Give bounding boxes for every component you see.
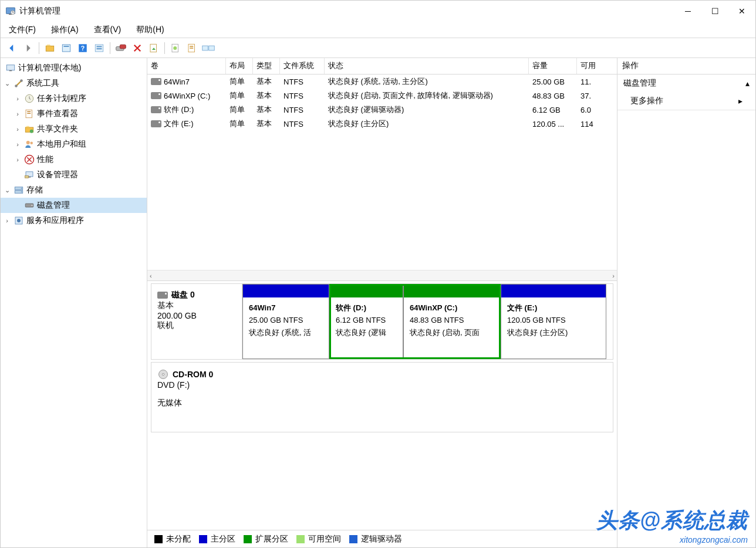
tool-btn-9[interactable] [201,40,216,56]
back-button[interactable] [4,40,19,56]
menu-help[interactable]: 帮助(H) [133,23,167,36]
toolbar: ? [1,38,755,58]
minimize-button[interactable]: ─ [674,2,701,21]
delete-icon[interactable] [130,40,145,56]
table-row[interactable]: 文件 (E:)简单基本NTFS状态良好 (主分区)120.05 ...114 [147,117,617,131]
svg-rect-36 [25,176,29,178]
tool-btn-2[interactable] [59,40,74,56]
volume-header: 卷 布局 类型 文件系统 状态 容量 可用 [147,58,617,75]
svg-rect-18 [190,48,193,49]
chevron-right-icon: ▸ [738,96,743,106]
chevron-down-icon[interactable]: ⌄ [3,187,11,194]
partition[interactable]: 64Win725.00 GB NTFS状态良好 (系统, 活 [242,284,329,359]
chevron-right-icon[interactable]: › [14,156,22,163]
menu-file[interactable]: 文件(F) [5,23,39,36]
close-button[interactable]: ✕ [728,2,755,21]
svg-point-32 [31,142,33,145]
svg-rect-28 [27,113,31,114]
chevron-right-icon[interactable]: › [14,110,22,117]
perf-icon [24,154,35,165]
svg-rect-13 [150,44,157,52]
svg-point-23 [20,79,23,82]
tree-root[interactable]: 计算机管理(本地) [1,60,147,76]
col-fs[interactable]: 文件系统 [280,58,325,74]
volume-list: 卷 布局 类型 文件系统 状态 容量 可用 64Win7简单基本NTFS状态良好… [147,58,617,281]
actions-header: 操作 [617,58,755,75]
disk-0-block[interactable]: 磁盘 0 基本 200.00 GB 联机 64Win725.00 GB NTFS… [151,283,613,360]
titlebar: 计算机管理 ─ ☐ ✕ [1,1,755,22]
svg-rect-3 [46,46,54,51]
table-row[interactable]: 64WinXP (C:)简单基本NTFS状态良好 (启动, 页面文件, 故障转储… [147,89,617,103]
forward-button[interactable] [21,40,36,56]
tool-btn-5[interactable] [113,40,129,56]
tree-storage[interactable]: ⌄ 存储 [1,182,147,198]
col-layout[interactable]: 布局 [226,58,253,74]
watermark: 头条@系统总裁 xitongzongcai.com [596,506,748,544]
event-icon [24,109,35,119]
collapse-icon: ▴ [745,79,750,88]
col-free[interactable]: 可用 [577,58,617,74]
svg-point-40 [21,191,22,192]
tool-btn-4[interactable] [92,40,107,56]
users-icon [24,139,35,150]
tree-performance[interactable]: › 性能 [1,152,147,167]
chevron-right-icon[interactable]: › [14,95,22,102]
tree-device-mgr[interactable]: 设备管理器 [1,167,147,182]
table-row[interactable]: 64Win7简单基本NTFS状态良好 (系统, 活动, 主分区)25.00 GB… [147,75,617,89]
col-capacity[interactable]: 容量 [529,58,577,74]
tool-btn-7[interactable] [168,40,183,56]
maximize-button[interactable]: ☐ [701,2,728,21]
svg-rect-5 [64,46,69,47]
svg-point-30 [30,130,33,133]
svg-point-42 [31,205,32,206]
horizontal-scrollbar[interactable]: ‹› [147,270,617,280]
chevron-right-icon[interactable]: › [14,141,22,148]
actions-more[interactable]: 更多操作 ▸ [617,92,755,110]
menu-view[interactable]: 查看(V) [90,23,125,36]
tool-btn-3[interactable]: ? [75,40,90,56]
col-status[interactable]: 状态 [325,58,529,74]
table-row[interactable]: 软件 (D:)简单基本NTFS状态良好 (逻辑驱动器)6.12 GB6.0 [147,103,617,117]
svg-rect-19 [203,46,208,50]
chevron-right-icon[interactable]: › [3,217,11,224]
svg-rect-20 [209,46,214,50]
partition[interactable]: 软件 (D:)6.12 GB NTFS状态良好 (逻辑 [329,284,403,359]
col-type[interactable]: 类型 [253,58,280,74]
chevron-down-icon[interactable]: ⌄ [3,80,11,87]
col-volume[interactable]: 卷 [147,58,226,74]
cdrom-block[interactable]: CD-ROM 0 DVD (F:) 无媒体 [151,362,613,432]
tools-icon [14,78,24,89]
svg-rect-10 [97,48,102,49]
tree-services[interactable]: › 服务和应用程序 [1,213,147,228]
partition[interactable]: 文件 (E:)120.05 GB NTFS状态良好 (主分区) [501,284,606,359]
tree-sys-tools[interactable]: ⌄ 系统工具 [1,76,147,91]
tree-task-sched[interactable]: › 任务计划程序 [1,91,147,106]
services-icon [14,215,24,226]
svg-point-24 [15,84,18,87]
svg-point-15 [173,46,177,50]
svg-rect-21 [6,65,15,70]
legend: 未分配 主分区 扩展分区 可用空间 逻辑驱动器 [147,530,617,547]
folder-share-icon [24,124,35,134]
svg-rect-27 [27,111,31,113]
svg-rect-17 [190,46,193,47]
actions-disk-mgmt[interactable]: 磁盘管理 ▴ [617,75,755,92]
tree-local-users[interactable]: › 本地用户和组 [1,137,147,152]
actions-pane: 操作 磁盘管理 ▴ 更多操作 ▸ [617,58,755,547]
tree-disk-mgmt[interactable]: 磁盘管理 [1,198,147,213]
svg-point-31 [26,141,30,144]
svg-point-46 [162,373,164,375]
tree-event-viewer[interactable]: › 事件查看器 [1,106,147,121]
partition[interactable]: 64WinXP (C:)48.83 GB NTFS状态良好 (启动, 页面 [403,284,501,359]
menubar: 文件(F) 操作(A) 查看(V) 帮助(H) [1,22,755,38]
tool-btn-6[interactable] [146,40,161,56]
tool-btn-1[interactable] [42,40,58,56]
disk-icon [24,200,35,211]
svg-point-39 [21,188,22,189]
tree-shared-folders[interactable]: › 共享文件夹 [1,121,147,137]
svg-text:?: ? [81,44,85,51]
menu-action[interactable]: 操作(A) [48,23,82,36]
svg-rect-22 [9,70,12,72]
tool-btn-8[interactable] [184,40,200,56]
chevron-right-icon[interactable]: › [14,126,22,133]
